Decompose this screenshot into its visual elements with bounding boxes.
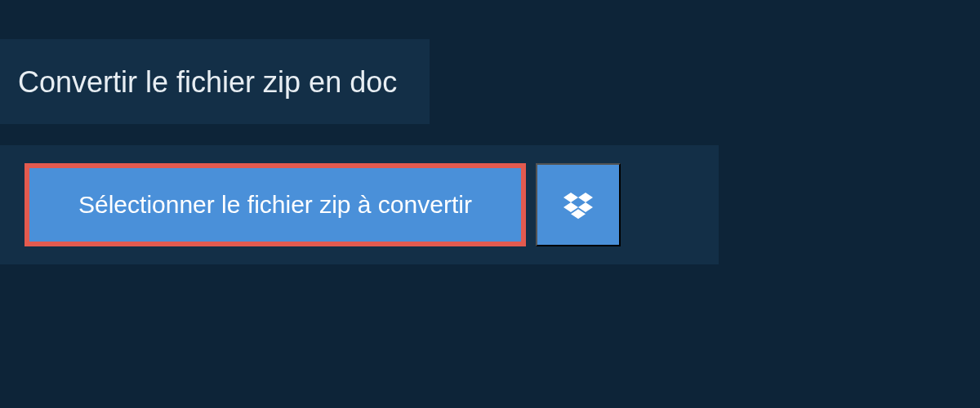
select-file-button[interactable]: Sélectionner le fichier zip à convertir bbox=[24, 163, 526, 246]
dropbox-button[interactable] bbox=[536, 163, 621, 246]
upload-panel: Sélectionner le fichier zip à convertir bbox=[0, 145, 719, 264]
main-container: Convertir le fichier zip en doc Sélectio… bbox=[0, 0, 980, 264]
title-bar: Convertir le fichier zip en doc bbox=[0, 39, 430, 124]
button-row: Sélectionner le fichier zip à convertir bbox=[24, 163, 694, 246]
page-title: Convertir le fichier zip en doc bbox=[18, 65, 397, 100]
dropbox-icon bbox=[564, 190, 593, 220]
